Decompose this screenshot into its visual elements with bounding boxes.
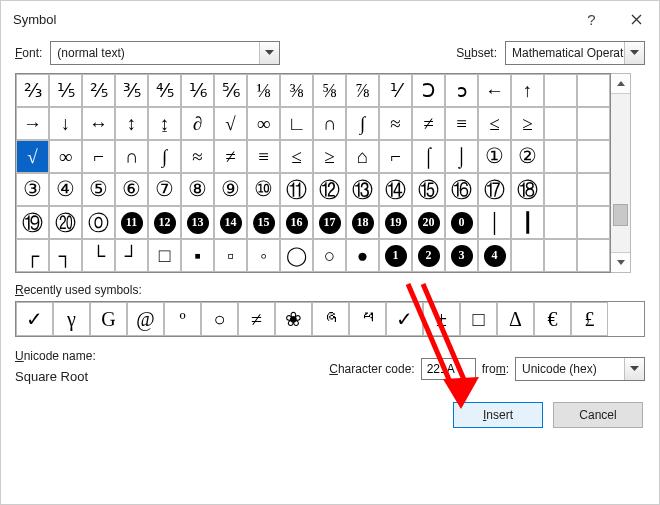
subset-combo[interactable]: Mathematical Operators	[505, 41, 645, 65]
recent-symbol-cell[interactable]: G	[90, 302, 127, 336]
symbol-cell[interactable]: ∫	[148, 140, 181, 173]
symbol-cell[interactable]: 13	[181, 206, 214, 239]
symbol-cell[interactable]: ⅖	[82, 74, 115, 107]
symbol-cell[interactable]: ●	[346, 239, 379, 272]
symbol-cell[interactable]: ▫	[214, 239, 247, 272]
symbol-cell[interactable]: ⑱	[511, 173, 544, 206]
symbol-cell[interactable]: √	[214, 107, 247, 140]
symbol-cell[interactable]: ⅘	[148, 74, 181, 107]
symbol-cell[interactable]: ⑧	[181, 173, 214, 206]
symbol-cell[interactable]: ⑳	[49, 206, 82, 239]
symbol-cell[interactable]: ⓪	[82, 206, 115, 239]
symbol-cell[interactable]: ⑪	[280, 173, 313, 206]
symbol-cell[interactable]: ⅝	[313, 74, 346, 107]
symbol-cell[interactable]: ┃	[511, 206, 544, 239]
symbol-cell[interactable]: ≥	[313, 140, 346, 173]
symbol-cell[interactable]: 20	[412, 206, 445, 239]
symbol-cell[interactable]: └	[82, 239, 115, 272]
symbol-cell[interactable]	[577, 140, 610, 173]
symbol-cell[interactable]	[577, 107, 610, 140]
symbol-cell[interactable]: ⑨	[214, 173, 247, 206]
symbol-cell[interactable]: 11	[115, 206, 148, 239]
symbol-cell[interactable]: ⅜	[280, 74, 313, 107]
symbol-cell[interactable]	[544, 239, 577, 272]
recent-symbol-cell[interactable]: ≠	[238, 302, 275, 336]
symbol-cell[interactable]: ≡	[247, 140, 280, 173]
symbol-cell[interactable]: ↑	[511, 74, 544, 107]
symbol-cell[interactable]	[577, 239, 610, 272]
symbol-cell[interactable]: ⅟	[379, 74, 412, 107]
symbol-cell[interactable]: ⑲	[16, 206, 49, 239]
symbol-cell[interactable]: ∩	[115, 140, 148, 173]
recent-symbol-cell[interactable]: @	[127, 302, 164, 336]
symbol-cell[interactable]: 3	[445, 239, 478, 272]
recent-symbol-cell[interactable]: ±	[423, 302, 460, 336]
symbol-cell[interactable]: ⌐	[82, 140, 115, 173]
recent-symbol-cell[interactable]: ✓	[16, 302, 53, 336]
symbol-cell[interactable]: ⌂	[346, 140, 379, 173]
symbol-cell[interactable]: ④	[49, 173, 82, 206]
symbol-cell[interactable]: 1	[379, 239, 412, 272]
symbol-cell[interactable]: │	[478, 206, 511, 239]
from-combo[interactable]: Unicode (hex)	[515, 357, 645, 381]
symbol-cell[interactable]: ↕	[115, 107, 148, 140]
recent-symbol-cell[interactable]: ○	[201, 302, 238, 336]
symbol-cell[interactable]: ⑮	[412, 173, 445, 206]
symbol-cell[interactable]: ⅕	[49, 74, 82, 107]
recent-symbol-cell[interactable]: Δ	[497, 302, 534, 336]
symbol-cell[interactable]: ⅛	[247, 74, 280, 107]
recent-symbol-cell[interactable]: º	[164, 302, 201, 336]
symbol-cell[interactable]: ←	[478, 74, 511, 107]
symbol-cell[interactable]	[577, 173, 610, 206]
symbol-cell[interactable]: Ↄ	[412, 74, 445, 107]
symbol-cell[interactable]: ⑫	[313, 173, 346, 206]
symbol-cell[interactable]: 15	[247, 206, 280, 239]
symbol-cell[interactable]: ↔	[82, 107, 115, 140]
symbol-cell[interactable]: 4	[478, 239, 511, 272]
symbol-cell[interactable]: ∩	[313, 107, 346, 140]
symbol-cell[interactable]: ⑦	[148, 173, 181, 206]
symbol-cell[interactable]: 16	[280, 206, 313, 239]
symbol-cell[interactable]: ⑯	[445, 173, 478, 206]
symbol-cell[interactable]: ≤	[478, 107, 511, 140]
symbol-cell[interactable]: ┘	[115, 239, 148, 272]
symbol-cell[interactable]	[544, 107, 577, 140]
symbol-cell[interactable]: ⌡	[445, 140, 478, 173]
scroll-track[interactable]	[611, 94, 630, 252]
scroll-up-button[interactable]	[611, 74, 630, 94]
symbol-cell[interactable]: ⅗	[115, 74, 148, 107]
symbol-cell[interactable]: ⑥	[115, 173, 148, 206]
symbol-cell[interactable]: ⌠	[412, 140, 445, 173]
symbol-cell[interactable]: 0	[445, 206, 478, 239]
symbol-cell[interactable]: ⑰	[478, 173, 511, 206]
symbol-cell[interactable]	[577, 74, 610, 107]
symbol-cell[interactable]: √	[16, 140, 49, 173]
symbol-cell[interactable]: ∞	[247, 107, 280, 140]
symbol-cell[interactable]: ≈	[181, 140, 214, 173]
symbol-cell[interactable]: ∂	[181, 107, 214, 140]
symbol-cell[interactable]: 17	[313, 206, 346, 239]
symbol-cell[interactable]: ③	[16, 173, 49, 206]
scroll-thumb[interactable]	[613, 204, 628, 226]
symbol-cell[interactable]: ⅔	[16, 74, 49, 107]
recent-symbol-cell[interactable]: ཕ	[349, 302, 386, 336]
symbol-cell[interactable]: ①	[478, 140, 511, 173]
recent-symbol-cell[interactable]: □	[460, 302, 497, 336]
recent-grid[interactable]: ✓γG@º○≠❀ཞཕ✓±□Δ€£	[15, 301, 645, 337]
symbol-cell[interactable]: ⑩	[247, 173, 280, 206]
vertical-scrollbar[interactable]	[611, 73, 631, 273]
symbol-cell[interactable]: ⅚	[214, 74, 247, 107]
symbol-cell[interactable]: ②	[511, 140, 544, 173]
symbol-cell[interactable]	[544, 140, 577, 173]
symbol-cell[interactable]: ≈	[379, 107, 412, 140]
symbol-cell[interactable]: ◯	[280, 239, 313, 272]
symbol-cell[interactable]: ↓	[49, 107, 82, 140]
symbol-cell[interactable]	[577, 206, 610, 239]
symbol-cell[interactable]: ↄ	[445, 74, 478, 107]
symbol-cell[interactable]: ⑭	[379, 173, 412, 206]
symbol-cell[interactable]: ▪	[181, 239, 214, 272]
close-button[interactable]	[614, 1, 659, 37]
scroll-down-button[interactable]	[611, 252, 630, 272]
symbol-cell[interactable]: 19	[379, 206, 412, 239]
symbol-cell[interactable]	[544, 173, 577, 206]
